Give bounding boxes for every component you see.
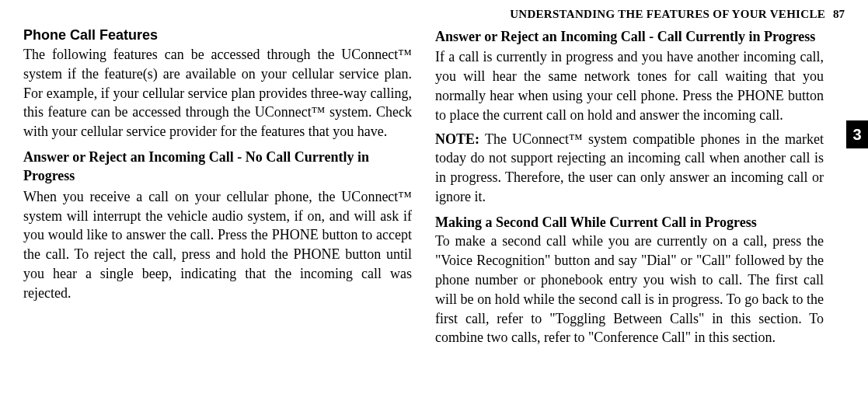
header-title: UNDERSTANDING THE FEATURES OF YOUR VEHIC… (510, 8, 825, 21)
section-title-phone-call-features: Phone Call Features (23, 27, 412, 44)
note-paragraph: NOTE: The UConnect™ system compatible ph… (435, 130, 824, 207)
paragraph-no-call-in-progress: When you receive a call on your cellular… (23, 187, 412, 303)
page-header: UNDERSTANDING THE FEATURES OF YOUR VEHIC… (23, 8, 845, 21)
content-columns: Phone Call Features The following featur… (23, 27, 845, 352)
left-column: Phone Call Features The following featur… (23, 27, 412, 352)
intro-paragraph: The following features can be accessed t… (23, 45, 412, 141)
subheading-no-call-in-progress: Answer or Reject an Incoming Call - No C… (23, 148, 412, 186)
paragraph-second-call: To make a second call while you are curr… (435, 232, 824, 347)
section-tab: 3 (846, 120, 868, 148)
right-column: Answer or Reject an Incoming Call - Call… (435, 27, 824, 352)
note-text: The UConnect™ system compatible phones i… (435, 131, 824, 204)
paragraph-call-in-progress: If a call is currently in progress and y… (435, 47, 824, 124)
subheading-second-call: Making a Second Call While Current Call … (435, 213, 824, 232)
note-label: NOTE: (435, 131, 479, 147)
subheading-call-in-progress: Answer or Reject an Incoming Call - Call… (435, 27, 824, 46)
page-number: 87 (833, 8, 845, 21)
section-tab-number: 3 (852, 126, 861, 144)
